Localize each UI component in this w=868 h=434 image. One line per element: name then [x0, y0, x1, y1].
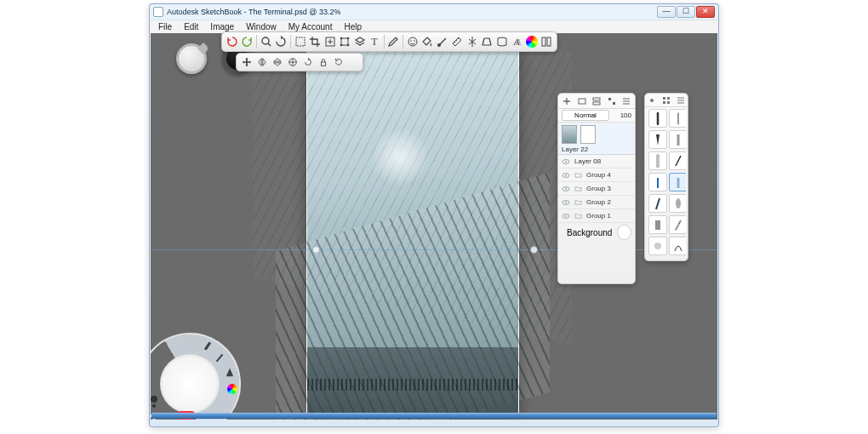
svg-point-25 [262, 37, 269, 44]
workspace: Normal 100 Layer 22 Layer 08 Group 4 [151, 33, 717, 420]
pencil-icon[interactable] [386, 33, 402, 50]
brush-menu-icon[interactable] [677, 96, 685, 105]
layer-opacity[interactable]: 100 [613, 111, 631, 119]
main-toolbar: TAA [221, 31, 557, 52]
svg-point-22 [676, 198, 681, 208]
brush-preset[interactable] [648, 173, 667, 191]
layer-row[interactable]: Group 3 [558, 182, 635, 196]
undo-icon[interactable] [225, 33, 240, 50]
brush-preset[interactable] [669, 215, 686, 234]
transform-icon[interactable] [337, 33, 352, 50]
free-transform-icon[interactable] [285, 54, 300, 70]
rotate-icon[interactable] [300, 54, 316, 70]
svg-text:T: T [371, 36, 378, 48]
background-color-swatch[interactable] [617, 225, 631, 240]
visibility-icon[interactable] [562, 198, 570, 207]
lock-icon[interactable] [316, 54, 331, 70]
brush-library-icon[interactable] [540, 33, 555, 50]
layer-mask-thumbnail [580, 125, 596, 144]
brush-preset[interactable] [669, 173, 686, 191]
folder-icon [574, 185, 582, 192]
distort-icon[interactable] [494, 33, 510, 50]
lagoon-tool-icon[interactable] [224, 367, 236, 379]
minimize-button[interactable]: — [657, 6, 676, 18]
brush-preset[interactable] [648, 194, 667, 213]
menu-image[interactable]: Image [205, 22, 239, 31]
svg-rect-20 [663, 101, 665, 104]
layer-name: Group 4 [586, 171, 611, 179]
text-icon[interactable]: T [367, 33, 382, 50]
background-layer[interactable]: Background [558, 223, 635, 242]
layer-row[interactable]: Group 2 [558, 196, 635, 209]
canvas[interactable] [307, 47, 518, 413]
svg-point-24 [654, 243, 661, 249]
brush-preset[interactable] [648, 215, 667, 234]
layer-panel-icon3[interactable] [607, 96, 617, 106]
gradient-icon[interactable] [435, 33, 450, 50]
brush-preset[interactable] [648, 130, 667, 149]
brush-pin-icon[interactable] [648, 96, 656, 105]
guide-handle-right[interactable] [530, 246, 538, 254]
svg-rect-3 [608, 98, 611, 100]
flip-vertical-icon[interactable] [270, 54, 285, 70]
rotate-canvas-icon[interactable] [273, 33, 288, 50]
sub-toolbar [236, 53, 363, 71]
close-button[interactable]: ✕ [696, 6, 715, 18]
redo-icon[interactable] [240, 33, 255, 50]
zoom-icon[interactable] [259, 33, 274, 50]
menu-help[interactable]: Help [339, 22, 367, 31]
menu-file[interactable]: File [153, 22, 177, 31]
layer-row[interactable]: Layer 08 [558, 155, 635, 168]
brush-preset[interactable] [669, 237, 686, 255]
move-icon[interactable] [239, 54, 254, 70]
brush-preset[interactable] [669, 130, 686, 149]
menu-my-account[interactable]: My Account [283, 22, 338, 31]
lagoon-tool-icon[interactable] [214, 351, 226, 363]
layer-row[interactable]: Group 4 [558, 168, 635, 182]
ruler-icon[interactable] [450, 33, 465, 50]
blend-mode-select[interactable]: Normal [562, 110, 609, 121]
layer-panel-icon2[interactable] [591, 96, 602, 106]
visibility-icon[interactable] [562, 185, 570, 193]
flood-fill-icon[interactable] [420, 33, 436, 50]
reset-icon[interactable] [331, 54, 346, 70]
lagoon-tool-icon[interactable] [202, 340, 214, 351]
brush-preset[interactable] [669, 151, 686, 170]
window-titlebar: Autodesk SketchBook - The Terminal.psd @… [150, 4, 718, 20]
animation-icon[interactable]: AA [510, 33, 525, 50]
menu-window[interactable]: Window [241, 22, 282, 31]
layer-panel-icon[interactable] [577, 96, 587, 106]
brush-preset[interactable] [669, 194, 686, 213]
brush-preset[interactable] [648, 151, 667, 170]
brush-preset[interactable] [669, 109, 686, 128]
predictive-stroke-icon[interactable] [405, 33, 420, 50]
folder-icon [574, 212, 582, 220]
windows-taskbar[interactable] [151, 413, 717, 419]
layer-active[interactable]: Layer 22 [558, 123, 635, 155]
menu-edit[interactable]: Edit [179, 22, 203, 31]
add-layer-button[interactable] [562, 96, 572, 106]
layer-panel-menu[interactable] [621, 96, 631, 106]
flip-horizontal-icon[interactable] [254, 54, 270, 70]
visibility-icon[interactable] [562, 157, 570, 166]
svg-point-6 [565, 161, 567, 163]
brush-preset[interactable] [648, 237, 667, 255]
symmetry-icon[interactable] [465, 33, 480, 50]
crop-icon[interactable] [307, 33, 323, 50]
folder-icon [574, 198, 582, 206]
layer-row[interactable]: Group 1 [558, 209, 635, 223]
brush-preset[interactable] [648, 109, 667, 128]
select-icon[interactable] [293, 33, 308, 50]
add-image-icon[interactable] [323, 33, 338, 50]
lagoon-color-icon[interactable] [227, 384, 239, 396]
brush-grid-icon[interactable] [662, 96, 671, 105]
perspective-icon[interactable] [480, 33, 495, 50]
visibility-icon[interactable] [562, 212, 570, 220]
guide-handle-left[interactable] [312, 246, 320, 254]
maximize-button[interactable]: ☐ [677, 6, 695, 18]
visibility-icon[interactable] [562, 171, 570, 180]
lagoon[interactable] [151, 333, 241, 420]
brush-puck[interactable] [176, 43, 207, 74]
layers-icon[interactable] [352, 33, 368, 50]
color-wheel-icon[interactable] [524, 33, 540, 50]
